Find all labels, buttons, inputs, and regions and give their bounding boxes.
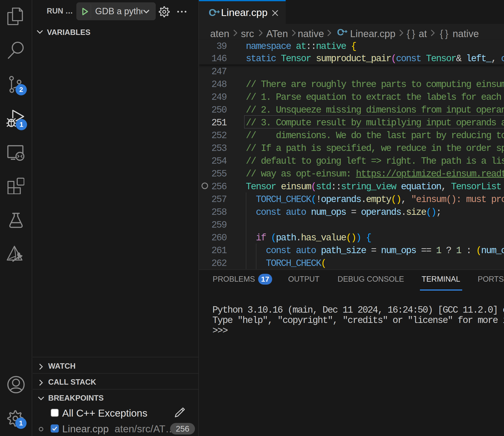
svg-text:C: C	[209, 8, 216, 17]
svg-text:C: C	[337, 28, 344, 37]
